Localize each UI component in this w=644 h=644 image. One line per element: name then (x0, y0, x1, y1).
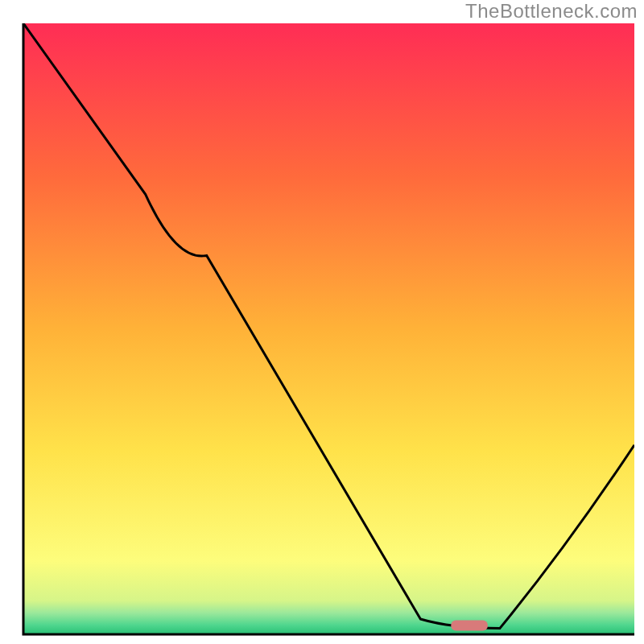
optimal-region-marker (451, 621, 488, 631)
chart-frame: TheBottleneck.com (0, 0, 644, 644)
bottleneck-chart (0, 0, 644, 644)
gradient-background (23, 23, 634, 634)
